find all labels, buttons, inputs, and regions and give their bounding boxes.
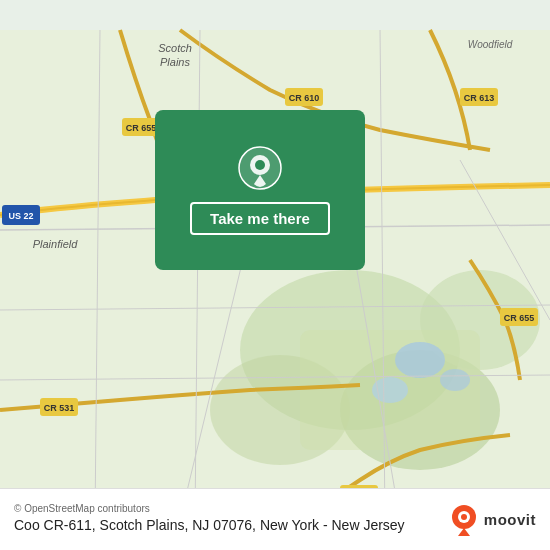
location-pin-icon — [238, 146, 282, 190]
moovit-logo: moovit — [448, 504, 536, 536]
svg-point-38 — [255, 160, 265, 170]
svg-text:CR 655: CR 655 — [504, 313, 535, 323]
attribution-text: © OpenStreetMap contributors — [14, 503, 405, 514]
svg-text:Plainfield: Plainfield — [33, 238, 79, 250]
svg-text:Plains: Plains — [160, 56, 190, 68]
svg-point-6 — [395, 342, 445, 378]
moovit-icon — [448, 504, 480, 536]
svg-text:Woodfield: Woodfield — [468, 39, 513, 50]
bottom-bar: © OpenStreetMap contributors Coo CR-611,… — [0, 488, 550, 550]
map-container: US 22 CR 655 CR 610 CR 613 CR 531 CR 602… — [0, 0, 550, 550]
moovit-label: moovit — [484, 511, 536, 528]
address-block: © OpenStreetMap contributors Coo CR-611,… — [14, 503, 405, 536]
map-background: US 22 CR 655 CR 610 CR 613 CR 531 CR 602… — [0, 0, 550, 550]
svg-point-41 — [461, 514, 467, 520]
address-text: Coo CR-611, Scotch Plains, NJ 07076, New… — [14, 516, 405, 536]
svg-text:Scotch: Scotch — [158, 42, 192, 54]
take-me-there-button[interactable]: Take me there — [190, 202, 330, 235]
svg-text:US 22: US 22 — [8, 211, 33, 221]
svg-point-8 — [440, 369, 470, 391]
svg-text:CR 655: CR 655 — [126, 123, 157, 133]
svg-text:CR 531: CR 531 — [44, 403, 75, 413]
svg-text:CR 610: CR 610 — [289, 93, 320, 103]
svg-text:CR 613: CR 613 — [464, 93, 495, 103]
take-me-there-overlay: Take me there — [155, 110, 365, 270]
